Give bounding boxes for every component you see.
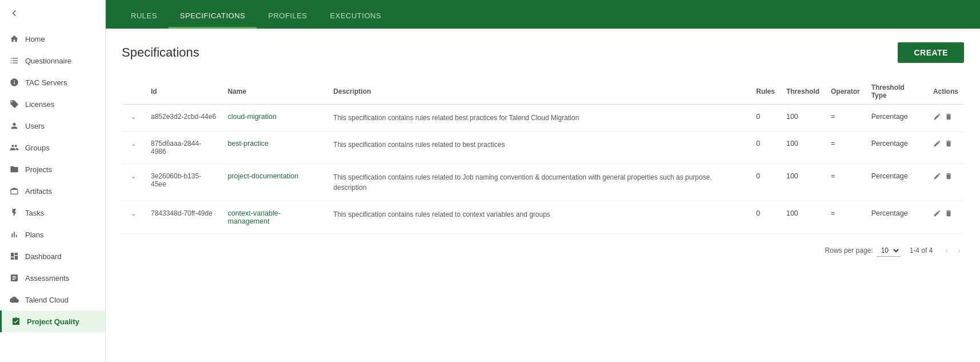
desc-cell-1: This specification contains rules relate…: [327, 132, 750, 164]
svg-rect-1: [13, 58, 18, 58]
sidebar-item-plans[interactable]: Plans: [0, 224, 105, 245]
sidebar-item-users[interactable]: Users: [0, 115, 105, 137]
id-cell-0: a852e3d2-2cbd-44e6: [145, 105, 222, 132]
sidebar-item-artifacts[interactable]: Artifacts: [0, 180, 105, 202]
sidebar-item-dashboard[interactable]: Dashboard: [0, 245, 105, 267]
info-circle-icon: [9, 77, 19, 87]
sidebar-item-assessments[interactable]: Assessments: [0, 267, 105, 289]
sidebar-item-label: Assessments: [25, 274, 69, 283]
expand-cell-2[interactable]: ⌄: [122, 164, 145, 201]
edit-icon[interactable]: [933, 209, 941, 219]
rules-cell-0: 0: [750, 105, 781, 132]
create-button[interactable]: CREATE: [898, 42, 964, 63]
sidebar-item-label: Project Quality: [27, 317, 79, 326]
box-icon: [9, 186, 19, 196]
rules-cell-1: 0: [750, 132, 781, 164]
table-row: ⌄ a852e3d2-2cbd-44e6 cloud-migration Thi…: [122, 105, 964, 132]
top-nav: RULESSPECIFICATIONSPROFILESEXECUTIONS: [106, 0, 980, 29]
people-icon: [9, 142, 19, 153]
content-area: Specifications CREATE IdNameDescriptionR…: [106, 29, 980, 362]
sidebar-item-label: Plans: [25, 230, 44, 239]
actions-cell-3: [927, 201, 964, 234]
threshold-type-cell-1: Percentage: [866, 132, 927, 164]
sidebar-item-label: Groups: [25, 144, 50, 152]
col-header-threshold_type: Threshold Type: [866, 79, 927, 105]
name-cell-3[interactable]: context-variable-management: [222, 201, 327, 234]
sidebar-item-tasks[interactable]: Tasks: [0, 202, 105, 224]
col-header-expand: [122, 79, 145, 105]
tab-executions[interactable]: EXECUTIONS: [319, 5, 393, 29]
delete-icon[interactable]: [945, 140, 953, 149]
sidebar-item-questionnaire[interactable]: Questionnaire: [0, 50, 105, 71]
id-cell-3: 7843348d-70ff-49de: [145, 201, 222, 234]
content-header: Specifications CREATE: [122, 42, 964, 63]
sidebar-item-tac-servers[interactable]: TAC Servers: [0, 71, 105, 93]
sidebar-item-licenses[interactable]: Licenses: [0, 93, 105, 115]
sidebar-item-label: Artifacts: [25, 187, 52, 196]
sidebar-toggle[interactable]: [0, 0, 105, 28]
chart-bar-icon: [9, 229, 19, 240]
svg-rect-4: [11, 62, 11, 63]
pagination-arrows: ‹ ›: [942, 244, 964, 257]
sidebar-item-talend-cloud[interactable]: Talend Cloud: [0, 289, 105, 311]
col-header-threshold: Threshold: [781, 79, 825, 105]
person-icon: [9, 121, 19, 131]
sidebar-item-label: Questionnaire: [25, 57, 71, 65]
operator-cell-0: =: [825, 105, 866, 132]
sidebar: Home Questionnaire TAC Servers Licenses …: [0, 0, 106, 362]
specifications-table: IdNameDescriptionRulesThresholdOperatorT…: [122, 79, 964, 234]
rows-per-page-select[interactable]: 5102550: [877, 245, 901, 257]
actions-cell-1: [927, 132, 964, 164]
actions-cell-0: [927, 105, 964, 132]
next-page-button[interactable]: ›: [954, 244, 964, 257]
col-header-id: Id: [145, 79, 222, 105]
expand-cell-3[interactable]: ⌄: [122, 201, 145, 234]
sidebar-item-project-quality[interactable]: Project Quality: [0, 311, 105, 332]
edit-icon[interactable]: [933, 113, 941, 122]
name-cell-0[interactable]: cloud-migration: [222, 105, 327, 132]
svg-rect-3: [13, 60, 18, 61]
sidebar-item-label: Home: [25, 35, 45, 43]
clipboard-check-icon: [11, 316, 21, 327]
threshold-cell-0: 100: [781, 105, 825, 132]
page-title: Specifications: [122, 45, 199, 60]
dashboard-icon: [9, 251, 19, 261]
home-icon: [9, 34, 19, 44]
pagination: Rows per page: 5102550 1-4 of 4 ‹ ›: [122, 244, 964, 257]
expand-cell-1[interactable]: ⌄: [122, 132, 145, 164]
actions-cell-2: [927, 164, 964, 201]
assessment-icon: [9, 273, 19, 283]
edit-icon[interactable]: [933, 172, 941, 182]
prev-page-button[interactable]: ‹: [942, 244, 951, 257]
threshold-type-cell-2: Percentage: [866, 164, 927, 201]
col-header-description: Description: [327, 79, 750, 105]
col-header-name: Name: [222, 79, 327, 105]
threshold-cell-1: 100: [781, 132, 825, 164]
tab-rules[interactable]: RULES: [119, 5, 169, 29]
svg-rect-2: [11, 60, 11, 61]
sidebar-item-home[interactable]: Home: [0, 28, 105, 50]
threshold-cell-3: 100: [781, 201, 825, 234]
svg-rect-5: [13, 62, 18, 63]
bolt-icon: [9, 208, 19, 218]
main-area: RULESSPECIFICATIONSPROFILESEXECUTIONS Sp…: [106, 0, 980, 362]
list-icon: [9, 55, 19, 66]
edit-icon[interactable]: [933, 140, 941, 149]
desc-cell-2: This specification contains rules relate…: [327, 164, 750, 201]
rules-cell-2: 0: [750, 164, 781, 201]
rows-per-page-label: Rows per page:: [825, 246, 873, 254]
tab-profiles[interactable]: PROFILES: [257, 5, 318, 29]
tab-specifications[interactable]: SPECIFICATIONS: [169, 5, 257, 29]
delete-icon[interactable]: [945, 113, 953, 122]
expand-cell-0[interactable]: ⌄: [122, 105, 145, 132]
sidebar-item-groups[interactable]: Groups: [0, 137, 105, 158]
operator-cell-2: =: [825, 164, 866, 201]
sidebar-item-projects[interactable]: Projects: [0, 158, 105, 180]
operator-cell-3: =: [825, 201, 866, 234]
name-cell-2[interactable]: project-documentation: [222, 164, 327, 201]
sidebar-item-label: Talend Cloud: [25, 296, 69, 304]
delete-icon[interactable]: [945, 209, 953, 219]
delete-icon[interactable]: [945, 172, 953, 182]
desc-cell-0: This specification contains rules relate…: [327, 105, 750, 132]
name-cell-1[interactable]: best-practice: [222, 132, 327, 164]
